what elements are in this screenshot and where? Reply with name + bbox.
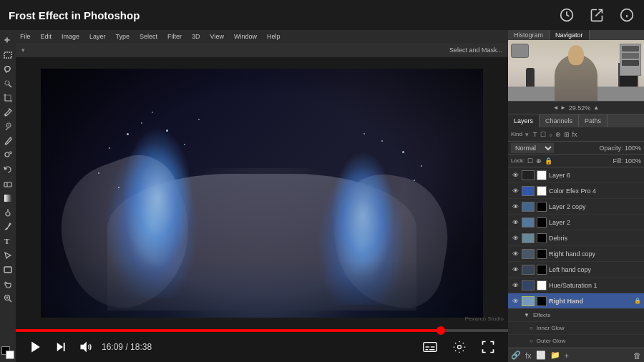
new-group-icon[interactable]: 📁	[550, 351, 560, 360]
layer-eye-2c[interactable]: 👁	[511, 202, 519, 211]
layer-mask-2	[537, 217, 547, 228]
type-tool[interactable]: T	[1, 235, 14, 248]
layer-row-hs1[interactable]: 👁 Hue/Saturation 1	[508, 278, 644, 293]
svg-line-9	[6, 127, 9, 130]
svg-rect-26	[424, 343, 436, 352]
settings-button[interactable]	[447, 337, 472, 357]
layer-row-2[interactable]: 👁 Layer 2	[508, 215, 644, 230]
paths-tab[interactable]: Paths	[579, 114, 608, 127]
svg-point-31	[458, 346, 462, 349]
lock-all-icon[interactable]: 🔒	[545, 157, 552, 165]
share-icon[interactable]	[588, 6, 605, 24]
menu-3d[interactable]: 3D	[190, 33, 202, 40]
eraser-tool[interactable]	[1, 177, 14, 190]
layer-eye-debris[interactable]: 👁	[511, 234, 519, 243]
menu-help[interactable]: Help	[265, 33, 282, 40]
menu-select[interactable]: Select	[138, 33, 159, 40]
menu-edit[interactable]: Edit	[39, 33, 54, 40]
healing-brush-tool[interactable]	[1, 120, 14, 133]
layer-eye-rhc[interactable]: 👁	[511, 250, 519, 258]
webcam-view	[508, 40, 644, 101]
sub-layer-effects[interactable]: ▼ Effects	[508, 309, 644, 322]
sub-layer-outer-glow[interactable]: ○ Outer Glow	[508, 335, 644, 348]
layer-row-debris[interactable]: 👁 Debris	[508, 230, 644, 246]
nav-panel: Histogram Navigator	[508, 30, 644, 102]
pen-tool[interactable]	[1, 220, 14, 233]
quick-selection-tool[interactable]	[1, 77, 14, 90]
next-button[interactable]	[49, 341, 73, 353]
gradient-tool[interactable]	[1, 192, 14, 205]
add-style-icon[interactable]: fx	[525, 351, 532, 360]
video-progress-bar[interactable]	[16, 329, 508, 332]
menu-view[interactable]: View	[209, 33, 225, 40]
brush-tool[interactable]	[1, 134, 14, 147]
layer-eye-rh[interactable]: 👁	[511, 297, 519, 305]
fg-bg-colors[interactable]	[1, 346, 14, 359]
rectangle-tool[interactable]	[1, 263, 14, 276]
svg-rect-13	[4, 195, 11, 202]
svg-marker-23	[57, 343, 63, 351]
ps-ctrl-arrows[interactable]: ◄ ►	[553, 104, 566, 111]
rectangular-marquee-tool[interactable]	[1, 49, 14, 62]
zoom-tool[interactable]	[1, 292, 14, 305]
move-tool[interactable]	[1, 34, 14, 47]
lasso-tool[interactable]	[1, 63, 14, 76]
layer-row-rhc[interactable]: 👁 Right hand copy	[508, 246, 644, 262]
layer-row-rh[interactable]: 👁 Right Hand 🔒	[508, 293, 644, 309]
menu-layer[interactable]: Layer	[88, 33, 107, 40]
clone-stamp-tool[interactable]	[1, 149, 14, 162]
svg-line-6	[9, 85, 12, 88]
layer-eye-2[interactable]: 👁	[511, 218, 519, 227]
layer-row-6[interactable]: 👁 Layer 6	[508, 167, 644, 183]
layer-mask-debris	[537, 233, 547, 243]
layer-eye-lhc[interactable]: 👁	[511, 265, 519, 274]
effects-label: Effects	[533, 312, 550, 318]
dodge-tool[interactable]	[1, 206, 14, 219]
eyedropper-tool[interactable]	[1, 106, 14, 119]
outer-glow-icon: ○	[530, 338, 533, 344]
new-layer-icon[interactable]: +	[565, 351, 569, 360]
delete-layer-icon[interactable]: 🗑	[633, 351, 641, 360]
fullscreen-button[interactable]	[475, 337, 501, 357]
layer-name-rhc: Right hand copy	[549, 250, 641, 258]
volume-button[interactable]	[73, 340, 99, 354]
hand-tool[interactable]	[1, 278, 14, 290]
play-button[interactable]	[23, 340, 49, 354]
link-layers-icon[interactable]: 🔗	[511, 351, 521, 360]
lock-position-icon[interactable]: ⊕	[536, 157, 542, 165]
layer-thumb-cfx	[522, 186, 535, 196]
channels-tab[interactable]: Channels	[540, 114, 579, 127]
video-progress-knob[interactable]	[436, 326, 445, 335]
layer-row-cfx[interactable]: 👁 Color Efex Pro 4	[508, 183, 644, 199]
video-title: Frost Effect in Photoshop	[9, 9, 558, 21]
blend-mode-select[interactable]: Normal Multiply Screen	[511, 143, 554, 153]
layer-row-lhc[interactable]: 👁 Left hand copy	[508, 262, 644, 278]
layers-panel: Layers Channels Paths Kind ▾ T ☐ ⬦ ⊕ ⊞ f…	[508, 114, 644, 362]
history-brush-tool[interactable]	[1, 163, 14, 176]
add-mask-icon[interactable]: ⬜	[536, 351, 546, 360]
menu-image[interactable]: Image	[60, 33, 81, 40]
svg-rect-4	[4, 52, 11, 58]
ps-ctrl-expand[interactable]: ▲	[593, 104, 599, 111]
info-icon[interactable]	[618, 6, 635, 24]
sub-layer-inner-glow[interactable]: ○ Inner Glow	[508, 322, 644, 335]
path-selection-tool[interactable]	[1, 249, 14, 262]
background-color[interactable]	[6, 351, 14, 359]
layer-row-2c[interactable]: 👁 Layer 2 copy	[508, 199, 644, 215]
layer-eye-hs1[interactable]: 👁	[511, 281, 519, 290]
menu-filter[interactable]: Filter	[166, 33, 183, 40]
menu-window[interactable]: Window	[233, 33, 258, 40]
menu-file[interactable]: File	[19, 33, 32, 40]
clock-icon[interactable]	[558, 6, 575, 24]
subtitles-button[interactable]	[416, 336, 444, 358]
lock-pixel-icon[interactable]: ☐	[527, 157, 533, 165]
navigator-tab[interactable]: Navigator	[550, 30, 590, 40]
layer-name-6: Layer 6	[549, 172, 641, 179]
menu-type[interactable]: Type	[114, 33, 132, 40]
histogram-tab[interactable]: Histogram	[508, 30, 550, 40]
layer-eye-cfx[interactable]: 👁	[511, 187, 519, 195]
layers-tab[interactable]: Layers	[508, 114, 540, 127]
effects-expand-icon[interactable]: ▼	[524, 312, 530, 318]
layer-eye-6[interactable]: 👁	[511, 171, 519, 180]
crop-tool[interactable]	[1, 92, 14, 104]
